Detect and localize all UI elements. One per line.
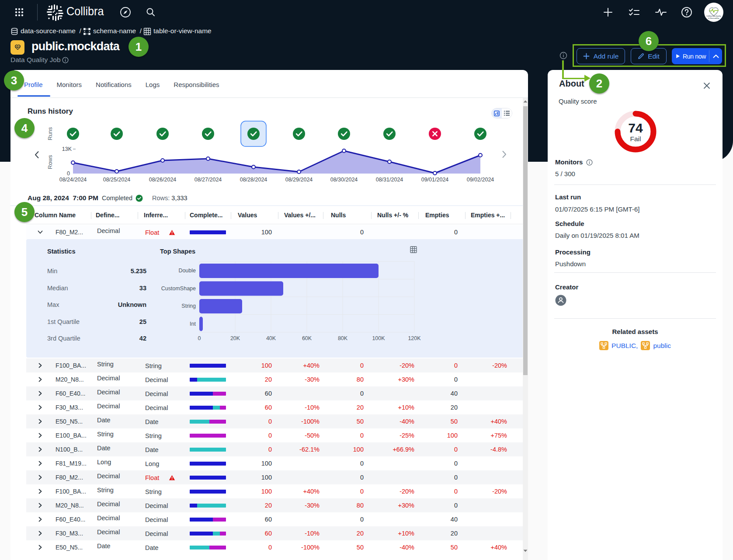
svg-text:08/27/2024: 08/27/2024 bbox=[195, 177, 222, 183]
svg-text:20K: 20K bbox=[230, 335, 240, 341]
svg-text:0: 0 bbox=[67, 170, 70, 177]
svg-text:CustomShape: CustomShape bbox=[161, 285, 196, 292]
svg-text:09/01/2024: 09/01/2024 bbox=[421, 177, 449, 183]
svg-text:08/24/2024: 08/24/2024 bbox=[59, 177, 87, 183]
svg-text:100K: 100K bbox=[372, 335, 385, 341]
svg-text:120K: 120K bbox=[408, 335, 421, 341]
svg-text:80K: 80K bbox=[338, 335, 348, 341]
svg-text:08/26/2024: 08/26/2024 bbox=[149, 177, 177, 183]
svg-text:String: String bbox=[181, 303, 196, 309]
svg-text:08/30/2024: 08/30/2024 bbox=[330, 177, 358, 183]
svg-text:40K: 40K bbox=[266, 335, 276, 341]
svg-text:Fail: Fail bbox=[630, 135, 641, 143]
svg-text:08/31/2024: 08/31/2024 bbox=[376, 177, 403, 183]
svg-text:08/28/2024: 08/28/2024 bbox=[240, 177, 267, 183]
svg-text:08/25/2024: 08/25/2024 bbox=[103, 177, 131, 183]
svg-text:09/02/2024: 09/02/2024 bbox=[467, 177, 494, 183]
svg-text:60K: 60K bbox=[302, 335, 312, 341]
svg-text:Int: Int bbox=[190, 321, 196, 327]
svg-text:13K: 13K bbox=[62, 146, 72, 152]
svg-text:& Observability: & Observability bbox=[709, 17, 719, 19]
svg-text:Collibra Data Quality: Collibra Data Quality bbox=[706, 15, 721, 17]
svg-text:08/29/2024: 08/29/2024 bbox=[285, 177, 313, 183]
svg-text:74: 74 bbox=[628, 121, 643, 135]
svg-text:Double: Double bbox=[178, 268, 196, 274]
svg-text:0: 0 bbox=[198, 335, 201, 341]
